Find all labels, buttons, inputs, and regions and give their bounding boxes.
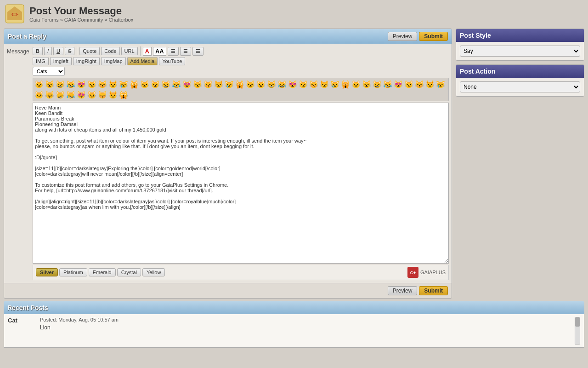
preview-button-top[interactable]: Preview xyxy=(388,32,418,41)
imgright-button[interactable]: ImgRight xyxy=(73,57,100,65)
emoji-cat40[interactable]: 🐱 xyxy=(34,90,44,100)
toolbar-row2: IMG Imgleft ImgRight ImgMap Add Media Yo… xyxy=(33,57,449,65)
yellow-skin-button[interactable]: Yellow xyxy=(142,268,165,276)
emoji-cat31[interactable]: 🐱 xyxy=(351,79,361,89)
bold-button[interactable]: B xyxy=(33,47,43,55)
emoji-cat29[interactable]: 😿 xyxy=(330,79,340,89)
breadcrumb-end[interactable]: Chatterbox xyxy=(108,17,133,23)
preview-button-bottom[interactable]: Preview xyxy=(388,286,418,295)
recent-posts-header: Recent Posts xyxy=(4,301,584,314)
recent-cat-label: Cat xyxy=(8,317,35,324)
youtube-button[interactable]: YouTube xyxy=(159,57,185,65)
post-action-content: None Bow Wave Smile Dance xyxy=(456,78,584,96)
silver-skin-button[interactable]: Silver xyxy=(36,268,58,276)
img-button[interactable]: IMG xyxy=(33,57,49,65)
color-button[interactable]: A xyxy=(143,47,152,56)
emoji-cat27[interactable]: 😽 xyxy=(309,79,319,89)
page-title: Post Your Message xyxy=(29,5,133,17)
emoji-cat41[interactable]: 😺 xyxy=(45,90,55,100)
post-action-title: Post Action xyxy=(460,68,495,75)
emoji-cat19[interactable]: 😿 xyxy=(224,79,234,89)
emoji-cat12[interactable]: 😺 xyxy=(150,79,160,89)
message-label: Message xyxy=(7,46,30,280)
svg-text:✏: ✏ xyxy=(11,10,18,19)
emoji-cat11[interactable]: 🐱 xyxy=(140,79,150,89)
emoji-cat1[interactable]: 🐱 xyxy=(34,79,44,89)
toolbar-row1: B I U S Quote Code URL A AA ☰ ☰ ☰ xyxy=(33,46,449,56)
code-button[interactable]: Code xyxy=(101,47,119,55)
emoji-cat36[interactable]: 😼 xyxy=(404,79,414,89)
imgmap-button[interactable]: ImgMap xyxy=(101,57,126,65)
emoji-cat17[interactable]: 😽 xyxy=(203,79,213,89)
strikethrough-button[interactable]: S xyxy=(65,47,74,55)
emoji-cat2[interactable]: 😺 xyxy=(45,79,55,89)
emoji-cat26[interactable]: 😼 xyxy=(298,79,308,89)
emoji-cat30[interactable]: 🙀 xyxy=(340,79,351,89)
submit-button-top[interactable]: Submit xyxy=(419,32,448,41)
emoji-cat42[interactable]: 😸 xyxy=(55,90,65,100)
quote-button[interactable]: Quote xyxy=(79,47,100,55)
emoji-cat25[interactable]: 😻 xyxy=(288,79,298,89)
emoji-cat45[interactable]: 😼 xyxy=(87,90,97,100)
emoji-cat43[interactable]: 😹 xyxy=(66,90,76,100)
emoji-cat32[interactable]: 😺 xyxy=(362,79,372,89)
emoji-cat39[interactable]: 😿 xyxy=(435,79,446,89)
emoji-cat22[interactable]: 😺 xyxy=(256,79,266,89)
imgleft-button[interactable]: Imgleft xyxy=(50,57,72,65)
italic-button[interactable]: I xyxy=(44,47,52,55)
emoji-cat24[interactable]: 😹 xyxy=(277,79,287,89)
emoji-cat14[interactable]: 😹 xyxy=(171,79,181,89)
align-left-button[interactable]: ☰ xyxy=(168,47,179,56)
submit-button-bottom[interactable]: Submit xyxy=(419,286,448,295)
breadcrumb-mid[interactable]: GAIA Community xyxy=(64,17,103,23)
emoji-cat23[interactable]: 😸 xyxy=(266,79,277,89)
emoji-cat4[interactable]: 😹 xyxy=(66,79,76,89)
emoji-cat18[interactable]: 😾 xyxy=(214,79,224,89)
platinum-skin-button[interactable]: Platinum xyxy=(59,268,87,276)
emoji-cat47[interactable]: 😾 xyxy=(108,90,118,100)
emoji-cat37[interactable]: 😽 xyxy=(414,79,424,89)
emerald-skin-button[interactable]: Emerald xyxy=(89,268,116,276)
emoji-cat15[interactable]: 😻 xyxy=(182,79,192,89)
emoji-cat8[interactable]: 😾 xyxy=(108,79,118,89)
add-media-button[interactable]: Add Media xyxy=(127,57,158,65)
align-center-button[interactable]: ☰ xyxy=(180,47,191,56)
emoji-cat7[interactable]: 😽 xyxy=(97,79,107,89)
emoji-cat34[interactable]: 😹 xyxy=(383,79,393,89)
recent-posts-content: Cat Posted: Monday, Aug. 05 10:57 am Lio… xyxy=(4,314,584,348)
post-textarea[interactable]: Reve Marin Keen Bandit Paramours Break P… xyxy=(33,103,449,264)
emoji-cat16[interactable]: 😼 xyxy=(192,79,203,89)
align-right-button[interactable]: ☰ xyxy=(192,47,204,56)
emoji-cat44[interactable]: 😻 xyxy=(76,90,86,100)
post-action-select[interactable]: None Bow Wave Smile Dance xyxy=(460,81,580,92)
emoji-cat21[interactable]: 🐱 xyxy=(245,79,255,89)
emoji-cat9[interactable]: 😿 xyxy=(119,79,129,89)
emoji-cat10[interactable]: 🙀 xyxy=(129,79,139,89)
recent-posts-details: Posted: Monday, Aug. 05 10:57 am Lion xyxy=(40,317,570,331)
breadcrumb-home[interactable]: Gaia Forums xyxy=(29,17,59,23)
emoji-cat46[interactable]: 😽 xyxy=(97,90,107,100)
header-buttons: Preview Submit xyxy=(388,32,448,41)
emoji-cat20[interactable]: 🙀 xyxy=(235,79,245,89)
emoji-cat28[interactable]: 😾 xyxy=(319,79,329,89)
underline-button[interactable]: U xyxy=(53,47,63,55)
post-style-select[interactable]: Say Shout Whisper Think Action xyxy=(460,46,580,57)
emoji-cat35[interactable]: 😻 xyxy=(393,79,403,89)
emoji-cat48[interactable]: 🙀 xyxy=(119,90,129,100)
recent-scrollbar[interactable] xyxy=(575,317,580,345)
emoji-cat3[interactable]: 😸 xyxy=(55,79,65,89)
toolbar-separator-1 xyxy=(77,46,77,56)
gaiaplus-icon: G+ xyxy=(407,267,418,278)
emoji-cat38[interactable]: 😾 xyxy=(425,79,435,89)
emoji-cat33[interactable]: 😸 xyxy=(372,79,382,89)
crystal-skin-button[interactable]: Crystal xyxy=(117,268,141,276)
emoji-cat5[interactable]: 😻 xyxy=(76,79,86,89)
main-layout: Post a Reply Preview Submit Message B I … xyxy=(0,26,588,301)
emoji-cat13[interactable]: 😸 xyxy=(161,79,171,89)
size-button[interactable]: AA xyxy=(153,47,166,56)
emoji-cat6[interactable]: 😼 xyxy=(87,79,97,89)
emoji-category-select[interactable]: Cats Animals Smileys Hearts Stars xyxy=(33,67,65,76)
url-button[interactable]: URL xyxy=(121,47,138,55)
recent-post-item: Lion xyxy=(40,324,570,331)
recent-post-date: Posted: Monday, Aug. 05 10:57 am xyxy=(40,317,570,322)
